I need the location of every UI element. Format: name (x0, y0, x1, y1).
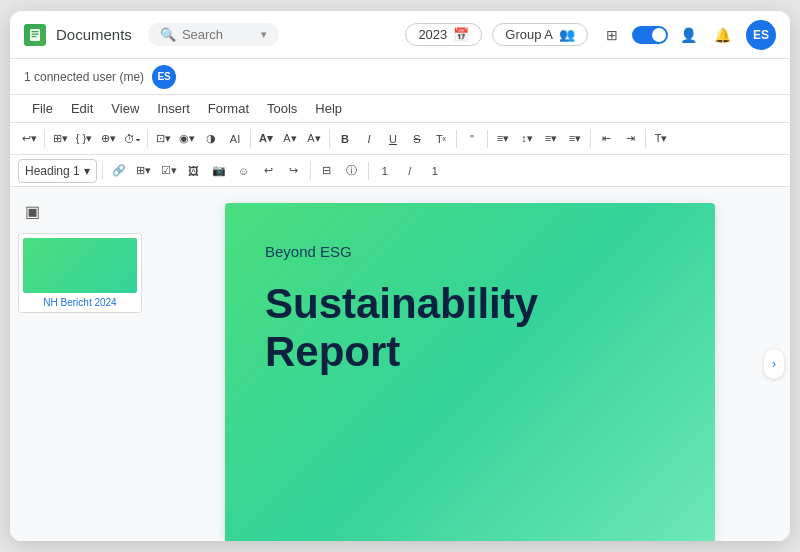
svg-rect-2 (32, 33, 39, 34)
fmt-table[interactable]: ⊞▾ (49, 127, 71, 151)
format-toolbar: ↩▾ ⊞▾ { }▾ ⊕▾ ⏱▾ ⊡▾ ◉▾ ◑ AI A▾ A▾ A▾ B I… (10, 123, 790, 155)
topbar-icons: ⊞ 👤 🔔 (598, 21, 736, 49)
app-window: Documents 🔍 ▾ 2023 📅 Group A 👥 ⊞ 👤 🔔 ES … (10, 11, 790, 541)
fmt-highlight[interactable]: A▾ (279, 127, 301, 151)
fmt-circle[interactable]: ◉▾ (176, 127, 198, 151)
search-dropdown-icon[interactable]: ▾ (261, 28, 267, 41)
group-selector[interactable]: Group A 👥 (492, 23, 588, 46)
heading-select[interactable]: Heading 1 ▾ (18, 159, 97, 183)
fmt-indent-left[interactable]: ⇤ (595, 127, 617, 151)
menu-tools[interactable]: Tools (259, 99, 305, 118)
fmt-undo[interactable]: ↩▾ (18, 127, 40, 151)
main-area: ▣ NH Bericht 2024 Beyond ESG Sustainabil… (10, 187, 790, 541)
search-icon: 🔍 (160, 27, 176, 42)
fmt-strikethrough[interactable]: S (406, 127, 428, 151)
fmt-list-unordered[interactable]: ≡▾ (564, 127, 586, 151)
style-checklist[interactable]: ☑▾ (158, 159, 180, 183)
page-total: 1 (424, 159, 446, 183)
connected-user-avatar[interactable]: ES (152, 65, 176, 89)
style-emoji[interactable]: ☺ (233, 159, 255, 183)
sep5 (456, 130, 457, 148)
grid-icon[interactable]: ⊞ (598, 21, 626, 49)
year-label: 2023 (418, 27, 447, 42)
connected-bar: 1 connected user (me) ES (10, 59, 790, 95)
person-icon[interactable]: 👤 (674, 21, 702, 49)
style-photo[interactable]: 📷 (208, 159, 230, 183)
fmt-font-color[interactable]: A▾ (255, 127, 277, 151)
sidebar-toggle-icon: ▣ (25, 202, 40, 221)
svg-rect-3 (32, 36, 37, 37)
heading-dropdown-icon: ▾ (84, 164, 90, 178)
style-image[interactable]: 🖼 (183, 159, 205, 183)
people-icon: 👥 (559, 27, 575, 42)
style-redo[interactable]: ↪ (283, 159, 305, 183)
collapse-icon: › (772, 357, 776, 371)
menu-edit[interactable]: Edit (63, 99, 101, 118)
menu-file[interactable]: File (24, 99, 61, 118)
doc-page: Beyond ESG Sustainability Report (225, 203, 715, 541)
fmt-font-size[interactable]: A▾ (303, 127, 325, 151)
doc-thumb-label: NH Bericht 2024 (23, 297, 137, 308)
toggle-knob (652, 28, 666, 42)
fmt-superscript[interactable]: Tx (430, 127, 452, 151)
fmt-brackets[interactable]: { }▾ (73, 127, 95, 151)
menu-bar: File Edit View Insert Format Tools Help (10, 95, 790, 123)
search-bar[interactable]: 🔍 ▾ (148, 23, 279, 46)
style-sep3 (368, 162, 369, 180)
style-undo[interactable]: ↩ (258, 159, 280, 183)
fmt-insert[interactable]: ⊕▾ (97, 127, 119, 151)
sidebar-toggle[interactable]: ▣ (18, 197, 46, 225)
search-input[interactable] (182, 27, 255, 42)
doc-thumbnail[interactable]: NH Bericht 2024 (18, 233, 142, 313)
svg-rect-0 (30, 29, 40, 41)
app-icon (24, 24, 46, 46)
bell-icon[interactable]: 🔔 (708, 21, 736, 49)
menu-format[interactable]: Format (200, 99, 257, 118)
page-number: 1 (374, 159, 396, 183)
menu-insert[interactable]: Insert (149, 99, 198, 118)
fmt-list-ordered[interactable]: ≡▾ (540, 127, 562, 151)
fmt-indent-right[interactable]: ⇥ (619, 127, 641, 151)
fmt-underline[interactable]: U (382, 127, 404, 151)
fmt-align[interactable]: ≡▾ (492, 127, 514, 151)
sep3 (250, 130, 251, 148)
top-bar: Documents 🔍 ▾ 2023 📅 Group A 👥 ⊞ 👤 🔔 ES (10, 11, 790, 59)
style-link[interactable]: 🔗 (108, 159, 130, 183)
fmt-time[interactable]: ⏱▾ (121, 127, 143, 151)
connected-text: 1 connected user (me) (24, 70, 144, 84)
sep4 (329, 130, 330, 148)
style-table[interactable]: ⊞▾ (133, 159, 155, 183)
user-avatar[interactable]: ES (746, 20, 776, 50)
page-slash: / (399, 159, 421, 183)
fmt-bold[interactable]: B (334, 127, 356, 151)
sep8 (645, 130, 646, 148)
sidebar: ▣ NH Bericht 2024 (10, 187, 150, 541)
doc-title-line2: Report (265, 328, 400, 375)
fmt-more[interactable]: T▾ (650, 127, 672, 151)
doc-area: Beyond ESG Sustainability Report › (150, 187, 790, 541)
style-info[interactable]: ⓘ (341, 159, 363, 183)
style-sep2 (310, 162, 311, 180)
fmt-quote[interactable]: " (461, 127, 483, 151)
menu-view[interactable]: View (103, 99, 147, 118)
fmt-ai[interactable]: AI (224, 127, 246, 151)
toggle-switch[interactable] (632, 26, 668, 44)
fmt-italic[interactable]: I (358, 127, 380, 151)
svg-rect-1 (32, 31, 39, 32)
collapse-panel-button[interactable]: › (764, 349, 784, 379)
fmt-box[interactable]: ⊡▾ (152, 127, 174, 151)
menu-help[interactable]: Help (307, 99, 350, 118)
fmt-line-spacing[interactable]: ↕▾ (516, 127, 538, 151)
sep2 (147, 130, 148, 148)
doc-title-line1: Sustainability (265, 280, 538, 327)
fmt-chart[interactable]: ◑ (200, 127, 222, 151)
style-section[interactable]: ⊟ (316, 159, 338, 183)
doc-thumb-preview (23, 238, 137, 293)
year-selector[interactable]: 2023 📅 (405, 23, 482, 46)
style-toolbar: Heading 1 ▾ 🔗 ⊞▾ ☑▾ 🖼 📷 ☺ ↩ ↪ ⊟ ⓘ 1 / 1 (10, 155, 790, 187)
calendar-icon: 📅 (453, 27, 469, 42)
app-title: Documents (56, 26, 132, 43)
group-label: Group A (505, 27, 553, 42)
heading-label: Heading 1 (25, 164, 80, 178)
doc-title: Sustainability Report (265, 280, 675, 377)
